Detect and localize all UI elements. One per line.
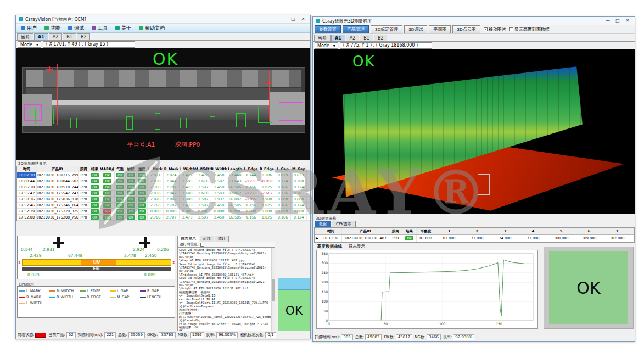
table-cell: PP0 [79, 209, 89, 214]
toolbar-button-1[interactable]: 产品管理 [343, 25, 369, 33]
right-platform-tab-B1[interactable]: B1 [360, 35, 373, 41]
toolbar-button-4[interactable]: 平面图 [429, 25, 451, 33]
mode-dropdown[interactable]: Mode ▾ [18, 41, 41, 48]
status-badge: OK [138, 197, 146, 202]
menu-item-function[interactable]: 功能 [41, 24, 64, 32]
crosshair-icon [46, 66, 53, 73]
heightmap-3d-view[interactable]: OK [314, 49, 635, 214]
status-badge: OK [103, 173, 111, 177]
table-cell: ▶ [315, 235, 320, 242]
checkbox-icon[interactable]: ✓ [484, 27, 488, 31]
column-header: R_Mark [164, 166, 180, 172]
toolbar-button-2[interactable]: 3D标定管理 [371, 25, 402, 33]
table-cell: 2.478 [195, 172, 211, 178]
minimize-icon[interactable]: — [603, 17, 612, 25]
log-scrollbar[interactable] [271, 248, 275, 331]
toolbar-button-5[interactable]: 3D点云图 [452, 25, 480, 33]
status-label: OK数: [147, 332, 158, 338]
roi-box-magenta [24, 104, 42, 121]
maximize-icon[interactable]: □ [613, 17, 622, 25]
close-icon[interactable]: ✕ [299, 15, 307, 23]
measure-length: 67.448 [68, 253, 82, 258]
table-row[interactable]: 18:00:4420210930_180044_602PP0OKOKOKOKOK… [17, 178, 310, 184]
tab-log[interactable]: 日志显示 [349, 244, 365, 249]
minimize-icon[interactable]: — [279, 15, 288, 23]
menu-item-tools[interactable]: 工具 [88, 24, 111, 32]
log-tab-1[interactable]: 心跳 [200, 236, 214, 242]
left-platform-tab-A1[interactable]: A1 [34, 33, 48, 40]
table-cell: OK [137, 197, 148, 202]
column-header: L_Mark [148, 166, 164, 172]
status-badge: OK [103, 191, 111, 195]
table-row[interactable]: 18:02:1820210930_181215_799PP0OKOKOKOKOK… [17, 172, 310, 178]
status-badge: OK [138, 185, 146, 189]
right-titlebar[interactable]: Csray线激光3D测量程序 — □ ✕ [313, 17, 635, 25]
toolbar-checkbox-0[interactable]: ✓移动图片 [484, 26, 506, 32]
right-platform-tab-A2[interactable]: A2 [346, 35, 360, 41]
toolbar-button-0[interactable]: 参数设置 [315, 25, 341, 33]
left-platform-tab-当前[interactable]: 当前 [17, 33, 33, 40]
legend-item-M_GAP: M_GAP [110, 295, 137, 299]
roi-box [155, 113, 160, 130]
table-cell: OK [100, 172, 115, 178]
left-platform-tab-B1[interactable]: B1 [63, 33, 76, 40]
table-row[interactable]: 18:05:1020210930_180510_244PP0OKOKOKOKOK… [17, 184, 310, 191]
table-cell: 2.937 [211, 197, 227, 202]
log-output[interactable]: Save 2d height image to file : D:\JTA037… [177, 247, 275, 331]
table-cell: -0.223 [243, 191, 259, 196]
status-badge: OK [127, 209, 135, 214]
tab-cpk[interactable]: CPK图示 [332, 221, 356, 227]
measurement-table-2d[interactable]: 时间产品ID胶阀结果MARK点气泡缺胶溢胶L_MarkR_MarkL_Width… [16, 166, 311, 221]
left-titlebar[interactable]: CsrayVision [当前用户: OEM] — □ ✕ [16, 15, 310, 24]
table-row[interactable]: 17:58:3620210930_175836_010PP0OKOKOKOKOK… [17, 197, 310, 203]
table-cell: 81.000 [417, 235, 435, 242]
toolbar-checkbox-1[interactable]: 显示高度剖面数据 [509, 26, 550, 32]
table-cell: PP0 [79, 184, 89, 190]
table-row[interactable]: 17:52:4620210930_175246_164PP0OKOKOKOKOK… [17, 203, 310, 209]
log-tab-0[interactable]: 日志显示 [177, 236, 199, 242]
chevron-down-icon: ▾ [36, 42, 38, 47]
tab-height-curve[interactable]: 高度数据曲线 [317, 244, 342, 249]
table-row[interactable]: 17:55:4220210930_175542_747PP0OKOKOKOKOK… [17, 191, 310, 197]
table-cell: 0.201 [291, 191, 307, 196]
table-cell: OK [137, 215, 148, 220]
table-cell: OK [115, 178, 126, 184]
scrollbar-thumb[interactable] [272, 279, 275, 300]
table-cell: 0.144 [243, 172, 259, 178]
legend-label: M_GAP [117, 295, 129, 299]
legend-label: L_MARK [26, 289, 41, 293]
menu-item-help[interactable]: 帮助文档 [135, 24, 169, 32]
close-icon[interactable]: ✕ [623, 17, 632, 25]
table-cell: 66.505 [227, 215, 243, 220]
roi-box [478, 174, 490, 195]
table-row[interactable]: ▶18:11:3120210930_181131_487PP0OK81.0008… [315, 235, 634, 242]
table-cell: 2.429 [180, 172, 195, 178]
right-platform-tab-当前[interactable]: 当前 [314, 35, 331, 41]
coordinate-readout: ( X 1701, Y 49 ) : ( Gray 15 ) [43, 41, 135, 48]
pol-label: POL [93, 267, 100, 271]
checkbox-icon[interactable] [509, 27, 513, 31]
menu-item-debug[interactable]: 调试 [64, 24, 88, 32]
right-platform-tab-A1[interactable]: A1 [331, 35, 345, 41]
left-platform-tab-B2[interactable]: B2 [77, 33, 91, 40]
table-cell: 102.000 [603, 235, 631, 242]
status-item-2: OK数:45617 [384, 334, 412, 340]
right-platform-tab-B2[interactable]: B2 [374, 35, 388, 41]
tab-data[interactable]: 数据 [315, 221, 331, 227]
table-cell: 20210930_180510_244 [37, 184, 79, 190]
menu-item-about[interactable]: 关于 [111, 24, 135, 32]
xray-image-view[interactable]: OK 平台号:A1 胶阀:PP0 [16, 48, 311, 160]
left-platform-tab-A2[interactable]: A2 [49, 33, 63, 40]
table-row[interactable]: 17:52:0020210930_175200_756PP0OKOKOKOKOK… [17, 215, 310, 221]
status-item-4: 良率:92.938% [443, 334, 475, 340]
maximize-icon[interactable]: □ [289, 15, 298, 23]
toolbar-button-3[interactable]: 3D调试 [404, 25, 427, 33]
log-tab-2[interactable]: 统计 [215, 236, 229, 242]
table-cell: 66.882 [227, 197, 243, 202]
measurement-table-3d[interactable]: 时间产品ID胶阀结果平整度1234567▶18:11:3120210930_18… [314, 227, 635, 243]
runtime-info-checkbox[interactable] [200, 243, 204, 247]
mode-dropdown[interactable]: Mode ▾ [315, 42, 338, 49]
menu-item-user[interactable]: 用户 [17, 24, 41, 32]
status-badge: OK [127, 191, 135, 195]
table-row[interactable]: 17:52:2920210930_175229_325PP0OKNGOKOKOK… [17, 209, 310, 215]
